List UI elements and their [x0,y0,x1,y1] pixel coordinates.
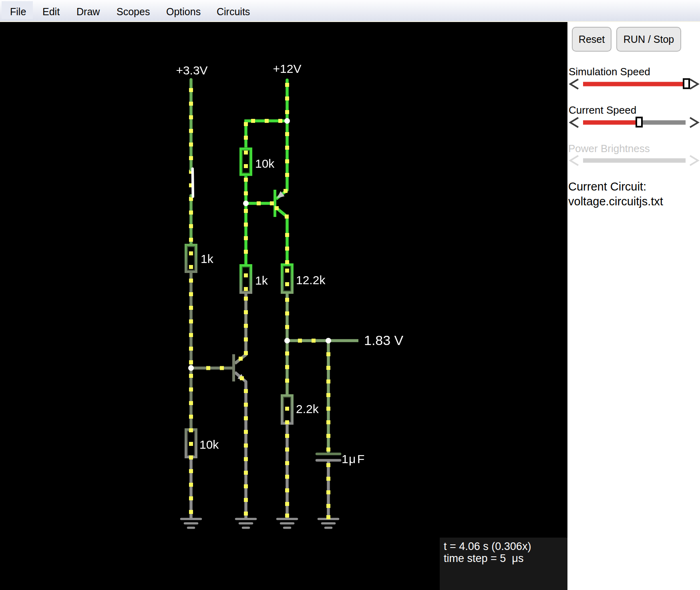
svg-text:+3.3V: +3.3V [176,64,207,77]
svg-text:1.83 V: 1.83 V [364,333,404,348]
svg-text:12.2k: 12.2k [296,273,326,287]
svg-text:1k: 1k [255,274,268,287]
svg-text:+12V: +12V [273,62,302,75]
svg-text:2.2k: 2.2k [296,402,319,415]
svg-text:10k: 10k [255,157,275,170]
svg-text:1k: 1k [201,252,214,265]
svg-text:10k: 10k [199,438,219,451]
svg-text:1μF: 1μF [342,452,364,466]
